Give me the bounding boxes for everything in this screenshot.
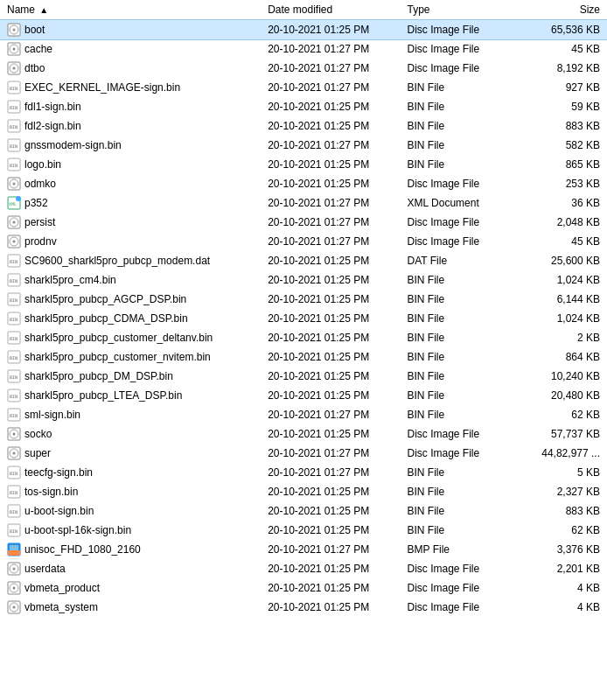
table-row[interactable]: vbmeta_product 20-10-2021 01:25 PM Disc … — [0, 578, 607, 598]
table-row[interactable]: userdata 20-10-2021 01:25 PM Disc Image … — [0, 559, 607, 578]
file-date-cell: 20-10-2021 01:25 PM — [261, 367, 400, 386]
disc-icon — [7, 562, 21, 576]
file-date-cell: 20-10-2021 01:25 PM — [261, 328, 400, 347]
table-row[interactable]: BIN logo.bin 20-10-2021 01:25 PM BIN Fil… — [0, 155, 607, 174]
file-name-cell: boot — [0, 20, 261, 39]
svg-point-74 — [13, 606, 16, 608]
table-row[interactable]: BIN gnssmodem-sign.bin 20-10-2021 01:27 … — [0, 136, 607, 155]
table-row[interactable]: BIN sharkl5pro_pubcp_customer_nvitem.bin… — [0, 347, 607, 367]
file-type-cell: BIN File — [401, 78, 518, 97]
table-row[interactable]: BIN fdl2-sign.bin 20-10-2021 01:25 PM BI… — [0, 116, 607, 136]
svg-point-21 — [13, 182, 16, 185]
file-size-cell: 2,327 KB — [517, 482, 607, 501]
svg-text:BIN: BIN — [10, 317, 17, 322]
file-size-cell: 62 KB — [517, 521, 607, 540]
file-date-cell: 20-10-2021 01:25 PM — [261, 578, 400, 598]
bin-icon: BIN — [7, 254, 21, 268]
file-date-cell: 20-10-2021 01:25 PM — [261, 482, 400, 501]
bin-icon: BIN — [7, 408, 21, 422]
table-row[interactable]: BIN sharkl5pro_pubcp_CDMA_DSP.bin 20-10-… — [0, 309, 607, 328]
file-name-cell: socko — [0, 424, 261, 444]
table-row[interactable]: BIN sharkl5pro_pubcp_AGCP_DSP.bin 20-10-… — [0, 290, 607, 309]
file-name-label: unisoc_FHD_1080_2160 — [24, 543, 141, 556]
svg-text:BIN: BIN — [10, 394, 17, 399]
file-size-cell: 2,201 KB — [517, 559, 607, 578]
table-row[interactable]: BIN sml-sign.bin 20-10-2021 01:27 PM BIN… — [0, 405, 607, 424]
table-row[interactable]: odmko 20-10-2021 01:25 PM Disc Image Fil… — [0, 174, 607, 193]
file-date-cell: 20-10-2021 01:27 PM — [261, 232, 400, 251]
col-header-date[interactable]: Date modified — [261, 0, 400, 20]
file-type-cell: Disc Image File — [401, 39, 518, 59]
file-type-cell: XML Document — [401, 193, 518, 213]
svg-text:BIN: BIN — [10, 509, 17, 514]
table-row[interactable]: persist 20-10-2021 01:27 PM Disc Image F… — [0, 213, 607, 232]
file-name-cell: dtbo — [0, 59, 261, 78]
table-row[interactable]: BIN tos-sign.bin 20-10-2021 01:25 PM BIN… — [0, 482, 607, 501]
file-size-cell: 8,192 KB — [517, 59, 607, 78]
file-name-label: dtbo — [24, 62, 45, 74]
file-name-label: sharkl5pro_pubcp_customer_deltanv.bin — [24, 332, 213, 344]
file-type-cell: Disc Image File — [401, 59, 518, 78]
file-type-cell: BIN File — [401, 367, 518, 386]
file-name-cell: vbmeta_system — [0, 598, 261, 617]
col-header-type[interactable]: Type — [401, 0, 518, 20]
file-size-cell: 10,240 KB — [517, 367, 607, 386]
file-name-cell: cache — [0, 39, 261, 59]
file-type-cell: Disc Image File — [401, 20, 518, 39]
file-size-cell: 864 KB — [517, 347, 607, 367]
col-header-size[interactable]: Size — [517, 0, 607, 20]
svg-text:BIN: BIN — [10, 124, 17, 130]
file-name-cell: BIN sharkl5pro_pubcp_AGCP_DSP.bin — [0, 290, 261, 309]
file-date-cell: 20-10-2021 01:27 PM — [261, 78, 400, 97]
table-row[interactable]: BIN u-boot-spl-16k-sign.bin 20-10-2021 0… — [0, 521, 607, 540]
table-row[interactable]: super 20-10-2021 01:27 PM Disc Image Fil… — [0, 444, 607, 463]
table-row[interactable]: BIN EXEC_KERNEL_IMAGE-sign.bin 20-10-202… — [0, 78, 607, 97]
table-row[interactable]: BIN sharkl5pro_pubcp_customer_deltanv.bi… — [0, 328, 607, 347]
svg-text:BIN: BIN — [10, 336, 17, 341]
file-date-cell: 20-10-2021 01:27 PM — [261, 193, 400, 213]
disc-icon — [7, 427, 21, 441]
bin-icon: BIN — [7, 158, 21, 172]
file-type-cell: BIN File — [401, 347, 518, 367]
file-size-cell: 5 KB — [517, 463, 607, 482]
file-size-cell: 865 KB — [517, 155, 607, 174]
file-size-cell: 6,144 KB — [517, 290, 607, 309]
table-row[interactable]: prodnv 20-10-2021 01:27 PM Disc Image Fi… — [0, 232, 607, 251]
col-header-date-label: Date modified — [268, 4, 332, 16]
table-row[interactable]: BIN sharkl5pro_cm4.bin 20-10-2021 01:25 … — [0, 270, 607, 290]
file-date-cell: 20-10-2021 01:25 PM — [261, 97, 400, 116]
table-row[interactable]: BIN teecfg-sign.bin 20-10-2021 01:27 PM … — [0, 463, 607, 482]
table-row[interactable]: boot 20-10-2021 01:25 PM Disc Image File… — [0, 20, 607, 39]
svg-point-24 — [16, 196, 21, 201]
disc-icon — [7, 23, 21, 37]
table-row[interactable]: BIN u-boot-sign.bin 20-10-2021 01:25 PM … — [0, 501, 607, 521]
file-type-cell: BIN File — [401, 97, 518, 116]
table-row[interactable]: BIN sharkl5pro_pubcp_LTEA_DSP.bin 20-10-… — [0, 386, 607, 405]
table-row[interactable]: unisoc_FHD_1080_2160 20-10-2021 01:27 PM… — [0, 540, 607, 559]
col-header-name[interactable]: Name ▲ — [0, 0, 261, 20]
bin-icon: BIN — [7, 523, 21, 537]
table-row[interactable]: XML p352 20-10-2021 01:27 PM XML Documen… — [0, 193, 607, 213]
file-size-cell: 45 KB — [517, 232, 607, 251]
table-row[interactable]: BIN SC9600_sharkl5pro_pubcp_modem.dat 20… — [0, 251, 607, 270]
disc-icon — [7, 42, 21, 56]
file-type-cell: BIN File — [401, 155, 518, 174]
file-name-label: cache — [24, 43, 52, 55]
table-row[interactable]: vbmeta_system 20-10-2021 01:25 PM Disc I… — [0, 598, 607, 617]
file-name-cell: BIN gnssmodem-sign.bin — [0, 136, 261, 155]
file-size-cell: 2,048 KB — [517, 213, 607, 232]
bin-icon: BIN — [7, 273, 21, 287]
file-date-cell: 20-10-2021 01:27 PM — [261, 405, 400, 424]
table-row[interactable]: dtbo 20-10-2021 01:27 PM Disc Image File… — [0, 59, 607, 78]
file-type-cell: BIN File — [401, 270, 518, 290]
table-row[interactable]: socko 20-10-2021 01:25 PM Disc Image Fil… — [0, 424, 607, 444]
file-name-cell: prodnv — [0, 232, 261, 251]
table-row[interactable]: BIN fdl1-sign.bin 20-10-2021 01:25 PM BI… — [0, 97, 607, 116]
file-type-cell: BMP File — [401, 540, 518, 559]
file-name-label: boot — [24, 24, 45, 36]
file-name-cell: BIN SC9600_sharkl5pro_pubcp_modem.dat — [0, 251, 261, 270]
table-row[interactable]: BIN sharkl5pro_pubcp_DM_DSP.bin 20-10-20… — [0, 367, 607, 386]
file-name-cell: BIN teecfg-sign.bin — [0, 463, 261, 482]
bin-icon: BIN — [7, 331, 21, 345]
table-row[interactable]: cache 20-10-2021 01:27 PM Disc Image Fil… — [0, 39, 607, 59]
